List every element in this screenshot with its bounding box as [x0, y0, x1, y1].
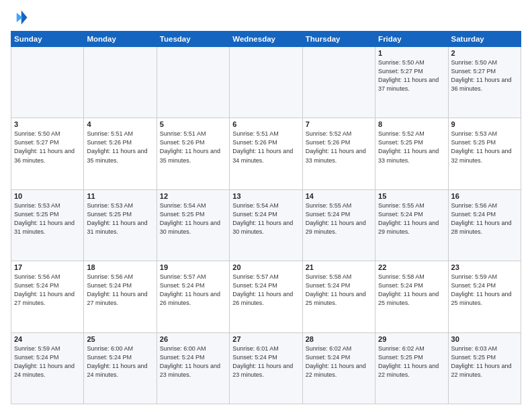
- calendar-cell: 21Sunrise: 5:58 AM Sunset: 5:24 PM Dayli…: [302, 261, 375, 332]
- day-info: Sunrise: 5:55 AM Sunset: 5:24 PM Dayligh…: [306, 201, 372, 236]
- day-number: 11: [87, 192, 153, 200]
- day-info: Sunrise: 5:53 AM Sunset: 5:25 PM Dayligh…: [87, 201, 153, 236]
- day-number: 8: [378, 120, 445, 128]
- day-info: Sunrise: 5:55 AM Sunset: 5:24 PM Dayligh…: [378, 201, 445, 236]
- day-header-tuesday: Tuesday: [157, 32, 229, 47]
- day-info: Sunrise: 6:03 AM Sunset: 5:25 PM Dayligh…: [451, 345, 518, 379]
- day-info: Sunrise: 5:51 AM Sunset: 5:26 PM Dayligh…: [160, 130, 226, 165]
- day-number: 16: [451, 192, 518, 200]
- week-row-4: 17Sunrise: 5:56 AM Sunset: 5:24 PM Dayli…: [11, 261, 521, 332]
- week-row-3: 10Sunrise: 5:53 AM Sunset: 5:25 PM Dayli…: [11, 189, 521, 261]
- calendar-cell: [230, 47, 302, 118]
- day-number: 23: [451, 263, 518, 271]
- day-header-friday: Friday: [375, 32, 448, 47]
- calendar-cell: 24Sunrise: 5:59 AM Sunset: 5:24 PM Dayli…: [11, 332, 84, 404]
- calendar-cell: 23Sunrise: 5:59 AM Sunset: 5:24 PM Dayli…: [448, 261, 521, 332]
- day-info: Sunrise: 5:57 AM Sunset: 5:24 PM Dayligh…: [160, 273, 226, 308]
- day-number: 20: [232, 263, 299, 271]
- day-number: 6: [232, 120, 299, 128]
- day-info: Sunrise: 5:56 AM Sunset: 5:24 PM Dayligh…: [87, 273, 153, 308]
- calendar-cell: [11, 47, 84, 118]
- logo-icon: [11, 8, 30, 27]
- day-info: Sunrise: 6:02 AM Sunset: 5:25 PM Dayligh…: [378, 345, 445, 379]
- day-number: 28: [306, 335, 372, 343]
- calendar-cell: 19Sunrise: 5:57 AM Sunset: 5:24 PM Dayli…: [157, 261, 229, 332]
- calendar-cell: 28Sunrise: 6:02 AM Sunset: 5:24 PM Dayli…: [302, 332, 375, 404]
- day-info: Sunrise: 5:52 AM Sunset: 5:26 PM Dayligh…: [306, 130, 372, 165]
- calendar-cell: 13Sunrise: 5:54 AM Sunset: 5:24 PM Dayli…: [230, 189, 302, 261]
- day-number: 21: [306, 263, 372, 271]
- calendar-cell: 10Sunrise: 5:53 AM Sunset: 5:25 PM Dayli…: [11, 189, 84, 261]
- day-number: 17: [14, 263, 81, 271]
- day-info: Sunrise: 5:59 AM Sunset: 5:24 PM Dayligh…: [14, 345, 81, 379]
- header: [11, 8, 521, 27]
- day-header-sunday: Sunday: [11, 32, 84, 47]
- day-info: Sunrise: 6:01 AM Sunset: 5:24 PM Dayligh…: [232, 345, 299, 379]
- day-number: 2: [451, 49, 518, 57]
- day-info: Sunrise: 5:56 AM Sunset: 5:24 PM Dayligh…: [451, 201, 518, 236]
- calendar-cell: 9Sunrise: 5:53 AM Sunset: 5:25 PM Daylig…: [448, 118, 521, 189]
- calendar-cell: [302, 47, 375, 118]
- day-number: 24: [14, 335, 81, 343]
- calendar-cell: 25Sunrise: 6:00 AM Sunset: 5:24 PM Dayli…: [84, 332, 157, 404]
- calendar-cell: 14Sunrise: 5:55 AM Sunset: 5:24 PM Dayli…: [302, 189, 375, 261]
- day-number: 12: [160, 192, 226, 200]
- week-row-5: 24Sunrise: 5:59 AM Sunset: 5:24 PM Dayli…: [11, 332, 521, 404]
- day-info: Sunrise: 5:54 AM Sunset: 5:24 PM Dayligh…: [232, 201, 299, 236]
- day-number: 13: [232, 192, 299, 200]
- logo: [11, 8, 32, 27]
- day-info: Sunrise: 6:00 AM Sunset: 5:24 PM Dayligh…: [87, 345, 153, 379]
- calendar-cell: 26Sunrise: 6:00 AM Sunset: 5:24 PM Dayli…: [157, 332, 229, 404]
- day-number: 7: [306, 120, 372, 128]
- calendar-cell: 22Sunrise: 5:58 AM Sunset: 5:24 PM Dayli…: [375, 261, 448, 332]
- calendar-cell: [84, 47, 157, 118]
- calendar-header-row: SundayMondayTuesdayWednesdayThursdayFrid…: [11, 32, 521, 47]
- day-header-thursday: Thursday: [302, 32, 375, 47]
- calendar-cell: 20Sunrise: 5:57 AM Sunset: 5:24 PM Dayli…: [230, 261, 302, 332]
- day-number: 22: [378, 263, 445, 271]
- calendar-cell: 6Sunrise: 5:51 AM Sunset: 5:26 PM Daylig…: [230, 118, 302, 189]
- day-info: Sunrise: 5:50 AM Sunset: 5:27 PM Dayligh…: [378, 58, 445, 93]
- calendar-cell: 3Sunrise: 5:50 AM Sunset: 5:27 PM Daylig…: [11, 118, 84, 189]
- day-info: Sunrise: 5:59 AM Sunset: 5:24 PM Dayligh…: [451, 273, 518, 308]
- day-number: 4: [87, 120, 153, 128]
- calendar-cell: 1Sunrise: 5:50 AM Sunset: 5:27 PM Daylig…: [375, 47, 448, 118]
- day-number: 18: [87, 263, 153, 271]
- day-info: Sunrise: 5:50 AM Sunset: 5:27 PM Dayligh…: [451, 58, 518, 93]
- day-number: 27: [232, 335, 299, 343]
- calendar-cell: 30Sunrise: 6:03 AM Sunset: 5:25 PM Dayli…: [448, 332, 521, 404]
- day-info: Sunrise: 5:53 AM Sunset: 5:25 PM Dayligh…: [14, 201, 81, 236]
- day-info: Sunrise: 5:51 AM Sunset: 5:26 PM Dayligh…: [87, 130, 153, 165]
- calendar-cell: 5Sunrise: 5:51 AM Sunset: 5:26 PM Daylig…: [157, 118, 229, 189]
- day-number: 10: [14, 192, 81, 200]
- day-number: 30: [451, 335, 518, 343]
- day-info: Sunrise: 5:52 AM Sunset: 5:25 PM Dayligh…: [378, 130, 445, 165]
- week-row-1: 1Sunrise: 5:50 AM Sunset: 5:27 PM Daylig…: [11, 47, 521, 118]
- day-info: Sunrise: 5:57 AM Sunset: 5:24 PM Dayligh…: [232, 273, 299, 308]
- day-info: Sunrise: 6:02 AM Sunset: 5:24 PM Dayligh…: [306, 345, 372, 379]
- day-number: 19: [160, 263, 226, 271]
- day-info: Sunrise: 6:00 AM Sunset: 5:24 PM Dayligh…: [160, 345, 226, 379]
- day-info: Sunrise: 5:58 AM Sunset: 5:24 PM Dayligh…: [306, 273, 372, 308]
- calendar-cell: 12Sunrise: 5:54 AM Sunset: 5:25 PM Dayli…: [157, 189, 229, 261]
- calendar-cell: 29Sunrise: 6:02 AM Sunset: 5:25 PM Dayli…: [375, 332, 448, 404]
- page: SundayMondayTuesdayWednesdayThursdayFrid…: [0, 0, 532, 411]
- calendar-cell: 7Sunrise: 5:52 AM Sunset: 5:26 PM Daylig…: [302, 118, 375, 189]
- day-info: Sunrise: 5:56 AM Sunset: 5:24 PM Dayligh…: [14, 273, 81, 308]
- day-number: 29: [378, 335, 445, 343]
- day-number: 9: [451, 120, 518, 128]
- day-number: 25: [87, 335, 153, 343]
- calendar-cell: 11Sunrise: 5:53 AM Sunset: 5:25 PM Dayli…: [84, 189, 157, 261]
- calendar-cell: 4Sunrise: 5:51 AM Sunset: 5:26 PM Daylig…: [84, 118, 157, 189]
- day-number: 5: [160, 120, 226, 128]
- day-header-saturday: Saturday: [448, 32, 521, 47]
- day-info: Sunrise: 5:51 AM Sunset: 5:26 PM Dayligh…: [232, 130, 299, 165]
- week-row-2: 3Sunrise: 5:50 AM Sunset: 5:27 PM Daylig…: [11, 118, 521, 189]
- day-number: 1: [378, 49, 445, 57]
- day-info: Sunrise: 5:58 AM Sunset: 5:24 PM Dayligh…: [378, 273, 445, 308]
- day-number: 3: [14, 120, 81, 128]
- day-info: Sunrise: 5:53 AM Sunset: 5:25 PM Dayligh…: [451, 130, 518, 165]
- day-number: 15: [378, 192, 445, 200]
- day-info: Sunrise: 5:54 AM Sunset: 5:25 PM Dayligh…: [160, 201, 226, 236]
- calendar-cell: 17Sunrise: 5:56 AM Sunset: 5:24 PM Dayli…: [11, 261, 84, 332]
